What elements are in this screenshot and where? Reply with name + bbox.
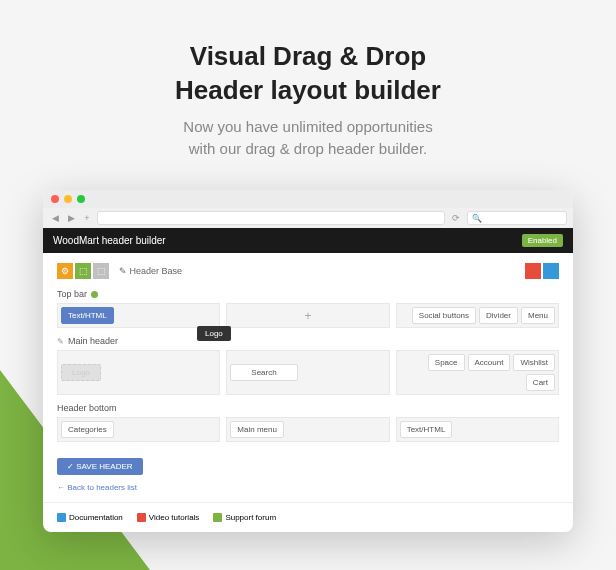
- layers-icon[interactable]: ⬚: [75, 263, 91, 279]
- video-tutorials-link[interactable]: Video tutorials: [137, 513, 200, 522]
- block-search[interactable]: Search: [230, 364, 297, 381]
- documentation-link[interactable]: Documentation: [57, 513, 123, 522]
- bottom-section-label: Header bottom: [57, 403, 559, 413]
- forum-icon: [213, 513, 222, 522]
- block-main-menu[interactable]: Main menu: [230, 421, 284, 438]
- maximize-icon[interactable]: [77, 195, 85, 203]
- bottom-left-zone[interactable]: Categories: [57, 417, 220, 442]
- back-to-list-link[interactable]: ← Back to headers list: [57, 483, 559, 492]
- code-icon[interactable]: ⬚: [93, 263, 109, 279]
- close-icon[interactable]: [51, 195, 59, 203]
- hero-subtitle: Now you have unlimited opportunities wit…: [20, 116, 596, 161]
- new-tab-button[interactable]: +: [81, 213, 93, 223]
- main-right-zone[interactable]: Space Account Wishlist Cart: [396, 350, 559, 395]
- block-space[interactable]: Space: [428, 354, 465, 371]
- support-forum-link[interactable]: Support forum: [213, 513, 276, 522]
- video-icon: [137, 513, 146, 522]
- hero-title: Visual Drag & Drop Header layout builder: [20, 40, 596, 108]
- mobile-preview-icon[interactable]: [525, 263, 541, 279]
- bottom-right-zone[interactable]: Text/HTML: [396, 417, 559, 442]
- mac-titlebar: [43, 190, 573, 208]
- main-center-zone[interactable]: Search: [226, 350, 389, 395]
- topbar-section-label: Top bar: [57, 289, 559, 299]
- minimize-icon[interactable]: [64, 195, 72, 203]
- browser-toolbar: ◀ ▶ + ⟳ 🔍: [43, 208, 573, 228]
- block-divider[interactable]: Divider: [479, 307, 518, 324]
- back-button[interactable]: ◀: [49, 213, 61, 223]
- block-text-html-2[interactable]: Text/HTML: [400, 421, 453, 438]
- block-cart[interactable]: Cart: [526, 374, 555, 391]
- main-left-zone[interactable]: Logo: [57, 350, 220, 395]
- save-header-button[interactable]: ✓ SAVE HEADER: [57, 458, 143, 475]
- app-header: WoodMart header builder Enabled: [43, 228, 573, 253]
- browser-window: ◀ ▶ + ⟳ 🔍 WoodMart header builder Enable…: [43, 190, 573, 532]
- refresh-icon[interactable]: ⟳: [449, 213, 463, 223]
- block-account[interactable]: Account: [468, 354, 511, 371]
- app-title: WoodMart header builder: [53, 235, 166, 246]
- block-text-html[interactable]: Text/HTML: [61, 307, 114, 324]
- logo-placeholder: Logo: [61, 364, 101, 381]
- desktop-preview-icon[interactable]: [543, 263, 559, 279]
- doc-icon: [57, 513, 66, 522]
- block-wishlist[interactable]: Wishlist: [513, 354, 555, 371]
- block-social[interactable]: Social buttons: [412, 307, 476, 324]
- forward-button[interactable]: ▶: [65, 213, 77, 223]
- topbar-center-zone[interactable]: +: [226, 303, 389, 328]
- browser-search[interactable]: 🔍: [467, 211, 567, 225]
- block-menu[interactable]: Menu: [521, 307, 555, 324]
- header-base-label: ✎ Header Base: [119, 266, 182, 276]
- add-block-button[interactable]: +: [304, 309, 311, 323]
- address-bar[interactable]: [97, 211, 445, 225]
- builder-body: ⚙ ⬚ ⬚ ✎ Header Base Top bar Text/HTML +: [43, 253, 573, 502]
- settings-icon[interactable]: ⚙: [57, 263, 73, 279]
- main-section-label: ✎Main header: [57, 336, 559, 346]
- enabled-badge[interactable]: Enabled: [522, 234, 563, 247]
- bottom-center-zone[interactable]: Main menu: [226, 417, 389, 442]
- topbar-left-zone[interactable]: Text/HTML: [57, 303, 220, 328]
- block-categories[interactable]: Categories: [61, 421, 114, 438]
- topbar-right-zone[interactable]: Social buttons Divider Menu: [396, 303, 559, 328]
- dragging-logo-block[interactable]: Logo: [197, 326, 231, 341]
- footer-links: Documentation Video tutorials Support fo…: [43, 502, 573, 532]
